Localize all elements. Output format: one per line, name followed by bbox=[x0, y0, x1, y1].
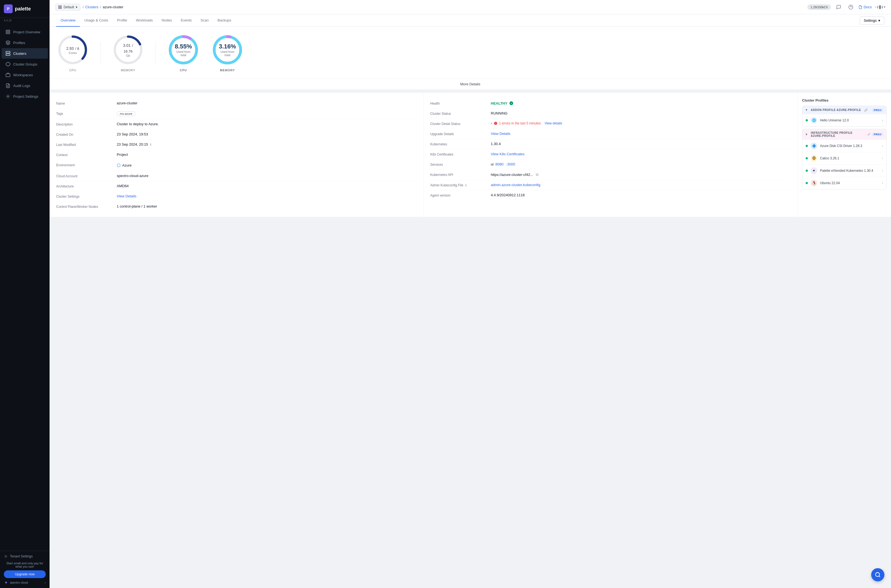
tab-events-label: Events bbox=[181, 18, 192, 22]
metrics-section: 2.93 / 8 Cores CPU bbox=[50, 27, 891, 78]
profile-item-calico[interactable]: 🦁 Calico 3.26.1 › bbox=[802, 152, 886, 164]
tab-workloads[interactable]: Workloads bbox=[132, 14, 157, 27]
app-version: 4.4.19 bbox=[0, 18, 50, 24]
cluster-settings-value[interactable]: View Details bbox=[117, 194, 417, 198]
kubeconfig-label: Admin Kubeconfig File ℹ bbox=[430, 183, 485, 187]
cluster-detail-value: › 1 errors in the last 5 minutes View de… bbox=[491, 122, 791, 125]
tab-backups[interactable]: Backups bbox=[213, 14, 236, 27]
error-view-details-link[interactable]: View details bbox=[544, 122, 562, 125]
sidebar-item-clusters[interactable]: Clusters bbox=[2, 48, 48, 58]
profile-item-name: Palette eXtended Kubernetes 1.30.4 bbox=[820, 169, 879, 172]
sidebar-item-project-overview[interactable]: Project Overview bbox=[2, 27, 48, 37]
infra-badge: PROJ bbox=[872, 133, 883, 136]
palette-logo-icon: P bbox=[4, 4, 13, 13]
tab-overview[interactable]: Overview bbox=[56, 14, 80, 27]
tab-profile[interactable]: Profile bbox=[112, 14, 132, 27]
k8s-api-copy-icon[interactable]: ⧉ bbox=[536, 172, 538, 177]
content-area: Overview Usage & Costs Profile Workloads… bbox=[50, 14, 891, 588]
svg-rect-16 bbox=[58, 6, 60, 7]
profile-item-azure-disk[interactable]: 🔷 Azure Disk CSI Driver 1.28.3 › bbox=[802, 140, 886, 152]
file-text-icon bbox=[6, 83, 10, 88]
tab-events[interactable]: Events bbox=[177, 14, 196, 27]
breadcrumb-clusters-link[interactable]: Clusters bbox=[86, 5, 99, 9]
svg-rect-3 bbox=[9, 33, 10, 34]
cpu-donut: 8.55% Used from total bbox=[167, 33, 200, 66]
topbar: Default ▾ / Clusters / azure-cluster 1.2… bbox=[50, 0, 891, 14]
profile-item-chevron: › bbox=[882, 144, 883, 148]
settings-icon bbox=[6, 94, 10, 99]
services-port1[interactable]: :8080 bbox=[495, 162, 504, 166]
tenant-settings-label: Tenant Settings bbox=[10, 554, 33, 558]
profile-item-ubuntu[interactable]: 🐧 Ubuntu 22.04 › bbox=[802, 177, 886, 189]
memory-gauge-text: 3.01 / 16.76 Gb bbox=[120, 42, 136, 57]
svg-rect-19 bbox=[60, 8, 62, 9]
infra-profile-group: ▾ INFRASTRUCTURE PROFILE AZURE-PROFILE P… bbox=[802, 129, 886, 189]
sidebar-item-cluster-groups[interactable]: Cluster Groups bbox=[2, 59, 48, 69]
chat-button[interactable] bbox=[834, 3, 843, 12]
spectro-brand: spectro cloud ‹ bbox=[4, 578, 46, 585]
more-details-section[interactable]: More Details bbox=[50, 78, 891, 90]
upgrade-button[interactable]: Upgrade now bbox=[4, 570, 46, 578]
tab-usage-costs[interactable]: Usage & Costs bbox=[80, 14, 112, 27]
svg-point-13 bbox=[8, 96, 9, 97]
svg-rect-5 bbox=[6, 51, 10, 53]
kubeconfig-info-icon[interactable]: ℹ bbox=[465, 183, 467, 187]
sidebar-item-label: Project Overview bbox=[13, 30, 40, 34]
sidebar-item-audit-logs[interactable]: Audit Logs bbox=[2, 80, 48, 91]
sidebar-item-project-settings[interactable]: Project Settings bbox=[2, 91, 48, 102]
cluster-tabs-header: Overview Usage & Costs Profile Workloads… bbox=[50, 14, 891, 27]
profile-item-icon-hello: 🌐 bbox=[811, 117, 817, 124]
cluster-tabs: Overview Usage & Costs Profile Workloads… bbox=[56, 14, 884, 26]
sidebar-logo[interactable]: P palette bbox=[0, 0, 50, 18]
dropdown-icon[interactable]: ▾ bbox=[884, 5, 885, 9]
docs-link[interactable]: Docs bbox=[858, 5, 872, 9]
settings-btn-label: Settings bbox=[864, 18, 877, 22]
upgrade-text: Start small and only pay for what you us… bbox=[4, 562, 46, 568]
k8s-certs-value[interactable]: View K8s Certificates bbox=[491, 152, 791, 156]
search-fab[interactable] bbox=[871, 568, 884, 581]
help-button[interactable] bbox=[846, 3, 855, 12]
detail-row-created: Created On 23 Sep 2024, 19:53 bbox=[56, 129, 417, 140]
cluster-status-value: RUNNING bbox=[491, 111, 791, 116]
name-value: azure-cluster bbox=[117, 101, 417, 105]
services-port2[interactable]: :3000 bbox=[506, 162, 515, 166]
upgrade-value[interactable]: View Details bbox=[491, 132, 791, 136]
sidebar-collapse-icon[interactable]: ‹ bbox=[45, 580, 46, 585]
kubeconfig-value[interactable]: admin.azure-cluster.kubeconfig bbox=[491, 183, 791, 187]
profile-item-icon-ubuntu: 🐧 bbox=[811, 180, 817, 186]
addon-profile-header[interactable]: ▾ ADDON PROFILE AZURE-PROFILE PROJ bbox=[802, 106, 886, 114]
sidebar-item-profiles[interactable]: Profiles bbox=[2, 38, 48, 48]
infra-collapse-icon: ▾ bbox=[806, 133, 808, 136]
detail-row-cluster-detail: Cluster Detail Status › 1 errors in the … bbox=[430, 118, 791, 129]
sidebar-item-workspaces[interactable]: Workspaces bbox=[2, 70, 48, 80]
detail-row-k8s-certs: K8s Certificates View K8s Certificates bbox=[430, 149, 791, 159]
sidebar-tenant-settings[interactable]: Tenant Settings bbox=[4, 554, 46, 558]
addon-link-icon bbox=[864, 108, 868, 112]
created-value: 23 Sep 2024, 19:53 bbox=[117, 132, 417, 136]
infra-link-icon bbox=[868, 133, 870, 136]
tab-nodes[interactable]: Nodes bbox=[157, 14, 177, 27]
architecture-value: AMD64 bbox=[117, 184, 417, 188]
profile-item-chevron: › bbox=[882, 118, 883, 122]
error-text: 1 errors in the last 5 minutes bbox=[499, 122, 541, 125]
tab-scan[interactable]: Scan bbox=[196, 14, 213, 27]
control-plane-value: 1 control-plane / 1 worker bbox=[117, 204, 417, 208]
search-fab-icon bbox=[875, 572, 881, 578]
modified-info-icon[interactable]: ℹ bbox=[150, 142, 152, 147]
error-icon bbox=[494, 122, 498, 125]
details-middle: Health HEALTHY Cluster Status RUNNING Cl… bbox=[423, 93, 798, 217]
profile-item-palette-kubernetes[interactable]: ✦ Palette eXtended Kubernetes 1.30.4 › bbox=[802, 164, 886, 177]
modified-label: Last Modified bbox=[56, 142, 111, 147]
cluster-detail-label: Cluster Detail Status bbox=[430, 122, 485, 126]
profile-item-name: Calico 3.26.1 bbox=[820, 156, 879, 160]
settings-button[interactable]: Settings ▾ bbox=[860, 16, 884, 24]
infra-profile-header[interactable]: ▾ INFRASTRUCTURE PROFILE AZURE-PROFILE P… bbox=[802, 129, 886, 140]
workspace-selector[interactable]: Default ▾ bbox=[55, 4, 80, 11]
server-icon bbox=[6, 51, 10, 56]
profile-item-hello-universe[interactable]: 🌐 Hello Universe 12.0 › bbox=[802, 114, 886, 126]
tag-ms-azure[interactable]: ms-azure bbox=[117, 111, 135, 116]
profile-item-name: Ubuntu 22.04 bbox=[820, 181, 879, 185]
cloud-account-value: spectro-cloud-azure bbox=[117, 174, 417, 178]
memory-donut-sub: Used from total bbox=[219, 50, 236, 57]
profile-status-dot bbox=[806, 119, 808, 122]
